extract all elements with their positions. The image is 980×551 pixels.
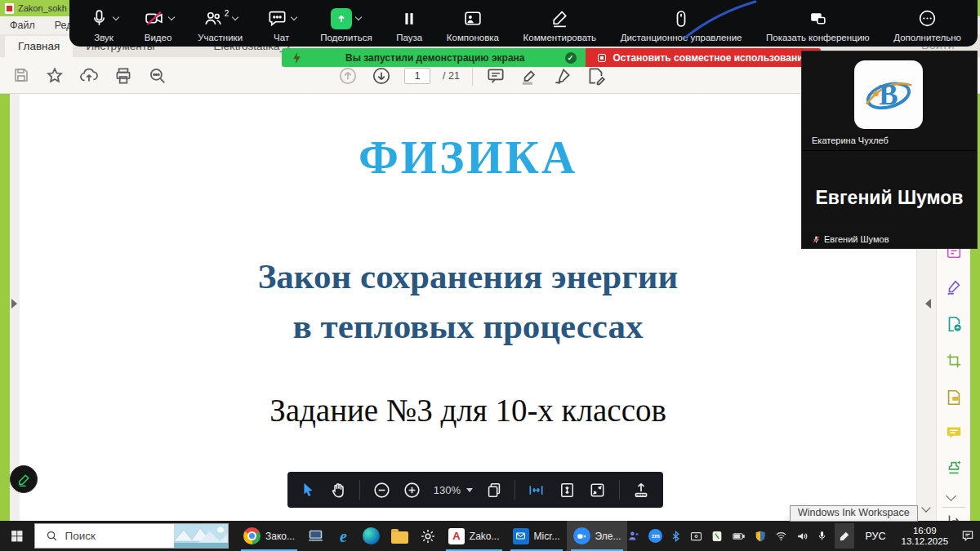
note-icon[interactable] <box>710 530 724 543</box>
taskbar-app-explorer[interactable] <box>385 521 413 551</box>
print-icon[interactable] <box>113 65 134 87</box>
comment-icon[interactable] <box>485 65 506 87</box>
zoom-meeting-toolbar: Звук Видео 2 Участники Чат <box>69 0 978 47</box>
save-icon[interactable] <box>11 65 31 85</box>
tooltip: Windows Ink Workspace <box>790 505 918 522</box>
mail-icon <box>513 528 529 544</box>
snapshot-icon[interactable] <box>945 352 963 370</box>
chevron-down-icon <box>466 488 473 492</box>
wifi-icon[interactable] <box>774 530 788 542</box>
chevron-down-icon[interactable] <box>290 14 296 20</box>
date: 13.12.2025 <box>901 536 948 546</box>
zoom-app-icon <box>573 527 590 544</box>
right-panel-handle[interactable] <box>925 299 931 309</box>
pdf-file-icon <box>5 3 14 14</box>
video-tile[interactable]: Евгений Шумов Евгений Шумов <box>802 150 977 249</box>
tab-home[interactable]: Главная <box>5 36 73 57</box>
battery-icon[interactable] <box>731 530 746 543</box>
actual-size-icon[interactable] <box>588 481 607 500</box>
annotation-pencil-button[interactable] <box>10 465 38 493</box>
chevron-down-icon[interactable] <box>167 14 174 20</box>
taskbar-app-chrome[interactable]: Зако... <box>237 521 301 551</box>
microphone-tray-icon[interactable] <box>817 529 827 543</box>
taskbar-app-settings[interactable] <box>413 521 441 551</box>
highlighter-icon[interactable] <box>519 65 540 87</box>
stamp-edit-icon[interactable] <box>586 65 607 87</box>
copy-pages-icon[interactable] <box>485 481 503 499</box>
show-meeting-button[interactable]: Показать конференцию <box>766 7 870 42</box>
more-button[interactable]: Дополнительно <box>893 7 961 42</box>
search-more-icon[interactable] <box>147 65 168 87</box>
microphone-icon <box>89 8 109 29</box>
chevron-down-icon[interactable] <box>232 14 238 20</box>
chevron-down-icon[interactable] <box>355 14 362 20</box>
scroll-down-chevron[interactable] <box>918 504 934 516</box>
convert-icon[interactable] <box>945 315 963 333</box>
stamp-icon[interactable] <box>945 459 963 477</box>
bluetooth-icon[interactable] <box>670 530 682 543</box>
action-center-icon[interactable] <box>960 529 975 543</box>
taskbar-app-pc[interactable] <box>301 521 329 551</box>
slide-subtitle-line1: Закон сохранения энергии <box>20 251 916 301</box>
video-tile[interactable]: В Екатерина Чухлеб <box>802 51 977 150</box>
fit-page-icon[interactable] <box>558 481 577 500</box>
left-panel-handle[interactable] <box>11 299 17 309</box>
star-icon[interactable] <box>44 65 65 87</box>
slide-subtitle: Закон сохранения энергии в тепловых проц… <box>20 251 916 351</box>
zoom-in-icon[interactable] <box>403 481 421 500</box>
time: 16:09 <box>913 526 937 535</box>
security-check-icon[interactable]: ✓ <box>565 52 577 64</box>
teams-icon[interactable] <box>627 529 641 543</box>
hand-tool-icon[interactable] <box>329 481 348 500</box>
taskbar-search[interactable]: Поиск <box>34 523 229 549</box>
pause-share-button[interactable]: Пауза <box>396 7 422 42</box>
taskbar-clock[interactable]: 16:09 13.12.2025 <box>896 526 953 547</box>
video-button[interactable]: Видео <box>143 7 174 42</box>
fit-width-icon[interactable] <box>527 481 546 500</box>
windows-ink-button[interactable] <box>835 523 854 549</box>
cloud-upload-icon[interactable] <box>78 65 100 87</box>
select-cursor-icon[interactable] <box>299 481 317 499</box>
page-number-input[interactable] <box>404 68 430 84</box>
doc-comment-icon[interactable] <box>945 389 963 407</box>
page-up-icon[interactable] <box>337 65 359 87</box>
pdf-window-title: Zakon_sokh <box>18 3 67 13</box>
widget-weather-image[interactable] <box>174 524 228 548</box>
chat-button[interactable]: Чат <box>267 7 296 42</box>
taskbar-app-zoom[interactable]: Эле... <box>567 521 628 551</box>
zoom-level-select[interactable]: 130% <box>434 484 473 496</box>
page-down-icon[interactable] <box>371 65 392 87</box>
screen-rec-icon[interactable] <box>689 530 703 543</box>
zoom-out-icon[interactable] <box>372 481 391 500</box>
stop-share-button[interactable]: Остановить совместное использование <box>586 48 822 67</box>
language-indicator[interactable]: РУС <box>862 531 889 542</box>
pencil-icon <box>17 473 31 487</box>
chat-note-icon[interactable] <box>945 424 963 442</box>
toolbar-divider <box>359 480 360 500</box>
internet-explorer-icon: e <box>340 528 347 544</box>
menu-file[interactable]: Файл <box>10 20 35 31</box>
signature-icon[interactable] <box>552 65 573 87</box>
share-file-icon[interactable] <box>631 480 651 500</box>
taskbar-app-edge[interactable] <box>358 521 385 551</box>
layout-button[interactable]: Компоновка <box>447 7 499 42</box>
share-screen-button[interactable]: Поделиться <box>320 7 372 42</box>
fill-sign-icon[interactable] <box>945 278 963 296</box>
audio-button[interactable]: Звук <box>89 7 118 42</box>
remote-control-button[interactable]: Дистанционное управление <box>621 7 742 42</box>
taskbar-app-mail[interactable]: Micr... <box>506 521 567 551</box>
mic-muted-icon <box>812 235 821 244</box>
participant-display-name: Евгений Шумов <box>802 187 977 209</box>
security-shield-icon[interactable] <box>754 530 767 543</box>
participants-button[interactable]: 2 Участники <box>198 7 243 42</box>
chevron-down-icon[interactable] <box>113 14 119 20</box>
annotate-button[interactable]: Комментировать <box>523 7 597 42</box>
start-button[interactable] <box>0 521 34 551</box>
taskbar-app-ie[interactable]: e <box>329 521 357 551</box>
zoom-tray-icon[interactable]: zm <box>648 529 662 543</box>
volume-icon[interactable] <box>795 530 809 543</box>
chevron-down-icon[interactable] <box>946 491 956 501</box>
pc-icon <box>307 527 324 544</box>
taskbar-app-acrobat[interactable]: A Zako... <box>442 521 506 551</box>
pause-icon <box>400 9 418 29</box>
